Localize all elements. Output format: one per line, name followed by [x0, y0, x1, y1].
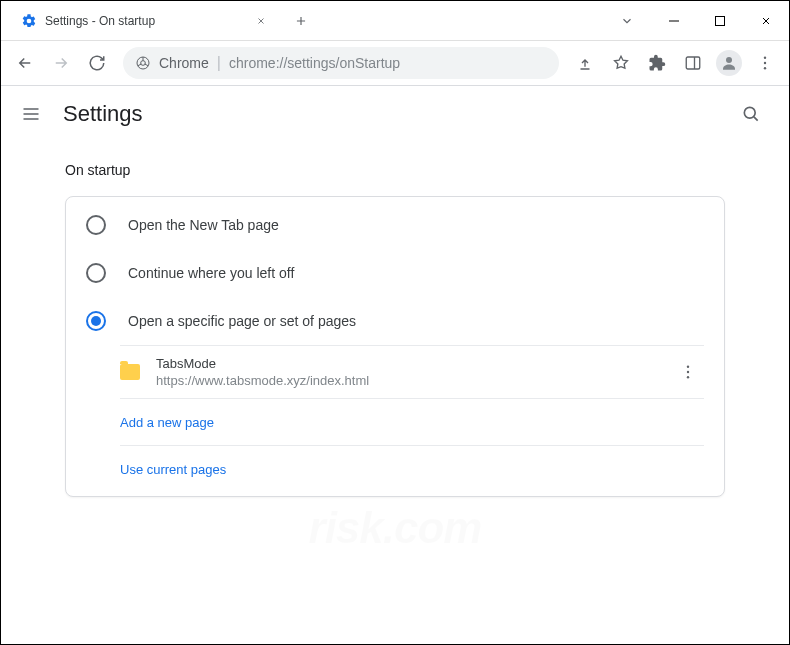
- use-current-pages-link[interactable]: Use current pages: [120, 445, 704, 492]
- folder-icon: [120, 364, 140, 380]
- radio-icon: [86, 263, 106, 283]
- page-name: TabsMode: [156, 356, 656, 371]
- svg-point-9: [764, 67, 766, 69]
- omnibox-url: chrome://settings/onStartup: [229, 55, 400, 71]
- svg-rect-4: [686, 57, 700, 69]
- svg-point-10: [744, 107, 755, 118]
- svg-point-13: [687, 376, 689, 378]
- minimize-button[interactable]: [651, 1, 697, 41]
- share-icon[interactable]: [569, 47, 601, 79]
- chrome-icon: [135, 55, 151, 71]
- tab-title: Settings - On startup: [45, 14, 155, 28]
- omnibox-prefix: Chrome: [159, 55, 209, 71]
- page-title: Settings: [63, 101, 143, 127]
- radio-label: Open the New Tab page: [128, 217, 279, 233]
- startup-page-item: TabsMode https://www.tabsmode.xyz/index.…: [120, 345, 704, 398]
- search-icon[interactable]: [731, 94, 771, 134]
- svg-point-11: [687, 366, 689, 368]
- svg-point-12: [687, 371, 689, 373]
- svg-point-6: [726, 57, 732, 63]
- gear-icon: [21, 13, 37, 29]
- forward-button[interactable]: [45, 47, 77, 79]
- sidepanel-icon[interactable]: [677, 47, 709, 79]
- back-button[interactable]: [9, 47, 41, 79]
- bookmark-star-icon[interactable]: [605, 47, 637, 79]
- radio-icon: [86, 311, 106, 331]
- browser-toolbar: Chrome | chrome://settings/onStartup: [1, 41, 789, 85]
- new-tab-button[interactable]: [287, 7, 315, 35]
- startup-card: Open the New Tab page Continue where you…: [65, 196, 725, 497]
- startup-pages-list: TabsMode https://www.tabsmode.xyz/index.…: [66, 345, 724, 492]
- main-content: On startup Open the New Tab page Continu…: [1, 142, 789, 517]
- reload-button[interactable]: [81, 47, 113, 79]
- link-label: Use current pages: [120, 462, 226, 477]
- svg-point-3: [141, 61, 146, 66]
- radio-icon: [86, 215, 106, 235]
- link-label: Add a new page: [120, 415, 214, 430]
- window-titlebar: Settings - On startup: [1, 1, 789, 41]
- svg-point-7: [764, 57, 766, 59]
- extensions-icon[interactable]: [641, 47, 673, 79]
- add-new-page-link[interactable]: Add a new page: [120, 398, 704, 445]
- radio-label: Open a specific page or set of pages: [128, 313, 356, 329]
- section-title: On startup: [65, 162, 725, 178]
- chevron-down-icon[interactable]: [611, 5, 643, 37]
- radio-option-newtab[interactable]: Open the New Tab page: [66, 201, 724, 249]
- svg-rect-0: [669, 20, 679, 21]
- radio-label: Continue where you left off: [128, 265, 294, 281]
- page-menu-kebab-icon[interactable]: [672, 356, 704, 388]
- browser-tab[interactable]: Settings - On startup: [11, 5, 279, 37]
- svg-rect-1: [716, 16, 725, 25]
- address-bar[interactable]: Chrome | chrome://settings/onStartup: [123, 47, 559, 79]
- settings-header: Settings: [1, 86, 789, 142]
- omnibox-separator: |: [217, 54, 221, 72]
- svg-point-8: [764, 62, 766, 64]
- menu-kebab-icon[interactable]: [749, 47, 781, 79]
- maximize-button[interactable]: [697, 1, 743, 41]
- page-url: https://www.tabsmode.xyz/index.html: [156, 373, 656, 388]
- radio-option-continue[interactable]: Continue where you left off: [66, 249, 724, 297]
- hamburger-icon[interactable]: [19, 102, 43, 126]
- close-tab-icon[interactable]: [253, 13, 269, 29]
- radio-option-specific[interactable]: Open a specific page or set of pages: [66, 297, 724, 345]
- close-window-button[interactable]: [743, 1, 789, 41]
- profile-avatar[interactable]: [713, 47, 745, 79]
